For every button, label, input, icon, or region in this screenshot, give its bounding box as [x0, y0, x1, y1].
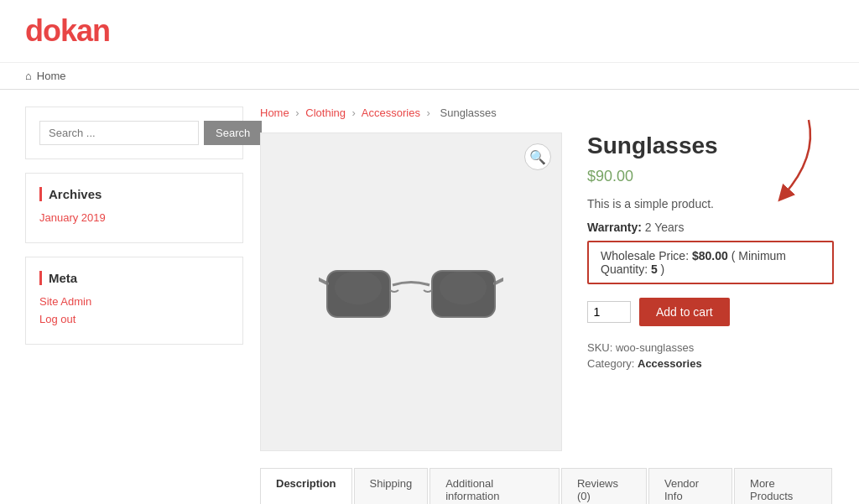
breadcrumb-clothing[interactable]: Clothing	[305, 107, 346, 119]
category-label: Category:	[587, 357, 634, 370]
product-details: Sunglasses $90.00 This is a simple produ…	[587, 132, 834, 451]
wholesale-label: Wholesale Price:	[601, 249, 689, 262]
breadcrumb-home[interactable]: Home	[260, 107, 289, 119]
home-icon: ⌂	[25, 70, 32, 82]
archives-title: Archives	[39, 187, 229, 201]
breadcrumb-sep-1: ›	[295, 107, 299, 119]
product-description: This is a simple product.	[587, 197, 834, 210]
breadcrumb-sep-2: ›	[352, 107, 356, 119]
tab-reviews-0[interactable]: Reviews (0)	[561, 468, 647, 504]
warranty-label: Warranty:	[587, 221, 642, 234]
svg-line-4	[319, 275, 327, 283]
logo-accent: d	[25, 13, 43, 48]
tab-additional-information[interactable]: Additional information	[430, 468, 560, 504]
category-value: Accessories	[638, 357, 702, 370]
search-input[interactable]	[39, 121, 199, 145]
product-image	[319, 233, 503, 351]
svg-line-5	[495, 275, 503, 283]
logo-rest: okan	[43, 13, 110, 48]
search-button[interactable]: Search	[204, 121, 262, 145]
warranty-value-text: 2 Years	[645, 221, 685, 234]
tabs-list: DescriptionShippingAdditional informatio…	[260, 468, 834, 504]
meta-widget: Meta Site Admin Log out	[25, 257, 243, 345]
wholesale-price: $80.00	[692, 249, 728, 262]
quantity-stepper[interactable]	[587, 301, 631, 323]
breadcrumb: Home › Clothing › Accessories › Sunglass…	[260, 107, 834, 119]
wholesale-min-qty-close: )	[661, 262, 665, 276]
add-to-cart-button[interactable]: Add to cart	[639, 298, 730, 326]
content-area: Home › Clothing › Accessories › Sunglass…	[260, 107, 834, 504]
breadcrumb-current: Sunglasses	[440, 107, 497, 119]
warranty-row: Warranty: 2 Years	[587, 221, 834, 234]
wholesale-box: Wholesale Price: $80.00 ( Minimum Quanti…	[587, 241, 834, 284]
main-container: Search Archives January 2019 Meta Site A…	[0, 90, 859, 504]
product-price: $90.00	[587, 168, 834, 185]
meta-title: Meta	[39, 271, 229, 285]
tab-shipping[interactable]: Shipping	[354, 468, 429, 504]
search-widget: Search	[25, 107, 243, 159]
meta-link-logout[interactable]: Log out	[39, 313, 229, 325]
category-row: Category: Accessories	[587, 357, 834, 370]
product-title: Sunglasses	[587, 132, 834, 159]
breadcrumb-sep-3: ›	[427, 107, 430, 119]
tab-more-products[interactable]: More Products	[734, 468, 832, 504]
nav-bar: ⌂ Home	[0, 63, 859, 90]
tab-description[interactable]: Description	[260, 468, 352, 504]
product-zoom-button[interactable]: 🔍	[524, 143, 551, 170]
meta-link-site-admin[interactable]: Site Admin	[39, 295, 229, 308]
tabs-section: DescriptionShippingAdditional informatio…	[260, 468, 834, 504]
product-image-box: 🔍	[260, 132, 562, 451]
add-to-cart-row: Add to cart	[587, 298, 834, 326]
quantity-input[interactable]	[588, 302, 618, 322]
sku-label: SKU:	[587, 341, 612, 354]
nav-home-link[interactable]: Home	[37, 70, 66, 82]
site-logo: dokan	[25, 13, 834, 49]
site-header: dokan	[0, 0, 859, 63]
wholesale-min-qty-open: (	[731, 249, 739, 262]
tab-vendor-info[interactable]: Vendor Info	[648, 468, 732, 504]
svg-point-2	[335, 271, 382, 304]
sidebar: Search Archives January 2019 Meta Site A…	[25, 107, 243, 504]
sku-row: SKU: woo-sunglasses	[587, 341, 834, 354]
archives-widget: Archives January 2019	[25, 173, 243, 243]
product-wrapper: 🔍	[260, 132, 834, 451]
wholesale-min-qty-value: 5	[651, 262, 661, 276]
breadcrumb-accessories[interactable]: Accessories	[362, 107, 420, 119]
svg-point-3	[440, 271, 487, 304]
archive-link-jan2019[interactable]: January 2019	[39, 211, 229, 224]
